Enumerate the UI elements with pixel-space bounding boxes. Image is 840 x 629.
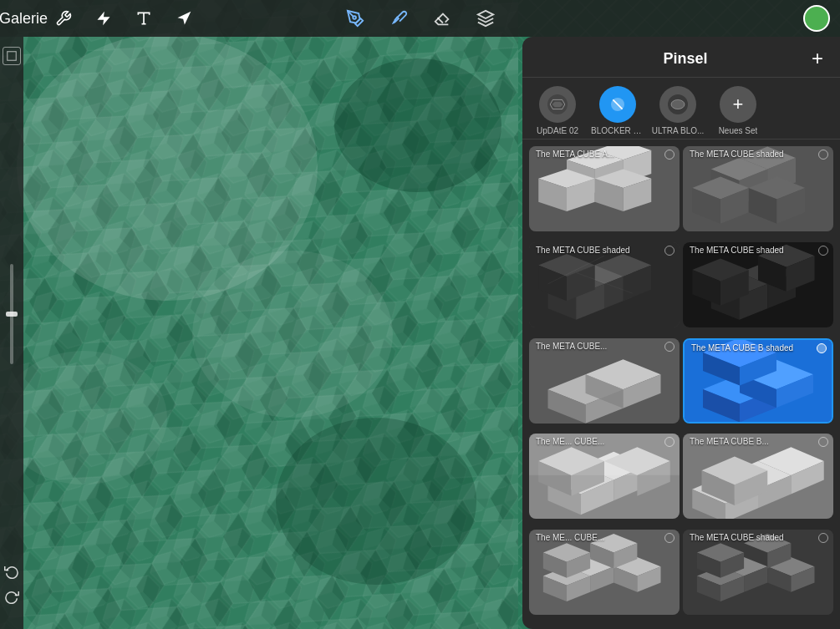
tab-blocker[interactable]: BLOCKER D... <box>591 86 644 135</box>
brush-item-6[interactable]: The META CUBE B shaded <box>683 338 833 424</box>
brush-item-2[interactable]: The META CUBE shaded <box>683 146 833 231</box>
left-panel <box>0 37 23 629</box>
svg-rect-57 <box>683 146 833 231</box>
brush-item-8-label: The META CUBE B... <box>690 437 769 446</box>
drawing-tools <box>342 0 499 37</box>
brush-item-8[interactable]: The META CUBE B... <box>683 434 833 519</box>
tab-blocker-preview <box>608 94 628 114</box>
tab-blocker-icon <box>599 86 636 123</box>
brush-item-10-label: The META CUBE shaded <box>690 533 784 542</box>
navigate-button[interactable] <box>171 5 197 32</box>
brush-icon <box>389 9 408 28</box>
brush-item-7[interactable]: The ME... CUBE... <box>529 434 680 519</box>
bolt-icon <box>95 10 112 27</box>
toolbar: Galerie <box>0 0 840 37</box>
redo-icon <box>4 589 19 604</box>
add-brush-button[interactable]: + <box>812 48 823 68</box>
color-button[interactable] <box>3 47 21 65</box>
tab-ultra-icon <box>659 86 696 123</box>
brush-item-3-radio <box>664 246 675 256</box>
slider-thumb <box>6 312 18 317</box>
layers-icon <box>476 9 495 28</box>
brush-item-1-radio <box>664 150 675 160</box>
brush-item-10[interactable]: The META CUBE shaded <box>683 530 833 615</box>
redo-button[interactable] <box>3 587 21 606</box>
brush-item-1[interactable]: The META CUBE A... <box>529 146 680 231</box>
brush-item-7-thumb <box>529 434 680 519</box>
brush-item-7-label: The ME... CUBE... <box>536 437 604 446</box>
tab-ultra[interactable]: ULTRA BLO... <box>651 86 705 135</box>
pencil-icon <box>346 9 364 28</box>
svg-rect-23 <box>8 52 17 61</box>
galerie-button[interactable]: Galerie <box>10 5 37 32</box>
undo-button[interactable] <box>3 562 21 581</box>
tab-update02-label: UpDAtE 02 <box>537 126 578 135</box>
brush-panel: Pinsel + UpDAtE 02 BLOCKER D. <box>522 37 840 629</box>
svg-marker-20 <box>178 12 191 25</box>
brush-size-slider[interactable] <box>10 264 13 364</box>
brush-item-3-thumb <box>529 242 680 327</box>
svg-marker-22 <box>477 11 492 18</box>
brush-tabs: UpDAtE 02 BLOCKER D... ULTRA BLO... <box>522 78 840 139</box>
brush-panel-header: Pinsel + <box>522 37 840 78</box>
svg-marker-17 <box>98 12 110 26</box>
tab-update02-preview <box>547 94 568 114</box>
toolbar-left: Galerie <box>10 5 197 32</box>
brush-item-1-thumb <box>529 146 680 231</box>
svg-point-16 <box>276 418 476 585</box>
navigate-icon <box>176 10 192 27</box>
layers-tool[interactable] <box>472 5 499 32</box>
tab-ultra-label: ULTRA BLO... <box>652 126 705 135</box>
script-icon <box>135 10 152 27</box>
brush-item-6-radio <box>817 343 827 353</box>
svg-point-15 <box>334 58 501 192</box>
brush-item-4[interactable]: The META CUBE shaded <box>683 242 833 327</box>
svg-point-31 <box>671 99 685 109</box>
brush-item-5[interactable]: The META CUBE... <box>529 338 680 424</box>
tab-neues[interactable]: + Neues Set <box>711 86 765 135</box>
bolt-button[interactable] <box>90 5 117 32</box>
brush-panel-title: Pinsel <box>559 50 812 68</box>
brush-item-4-thumb <box>683 242 833 327</box>
pencil-tool[interactable] <box>342 5 369 32</box>
brush-item-9-label: The ME... CUBE... <box>536 533 604 542</box>
svg-point-21 <box>353 16 356 19</box>
brush-item-2-thumb <box>683 146 833 231</box>
brush-item-10-thumb <box>683 530 833 615</box>
undo-redo-controls <box>3 562 21 619</box>
brush-item-9[interactable]: The ME... CUBE... <box>529 530 680 615</box>
svg-point-13 <box>192 251 393 418</box>
brush-item-2-label: The META CUBE shaded <box>690 150 784 159</box>
tab-update02[interactable]: UpDAtE 02 <box>531 86 584 135</box>
script-button[interactable] <box>130 5 157 32</box>
brush-tool[interactable] <box>385 5 412 32</box>
tab-ultra-preview <box>668 94 688 114</box>
brush-item-5-radio <box>664 342 675 352</box>
brush-item-9-thumb <box>529 530 680 615</box>
tab-neues-label: Neues Set <box>719 126 758 135</box>
brush-item-3[interactable]: The META CUBE shaded <box>529 242 680 327</box>
brush-size-slider-container <box>10 72 13 555</box>
tab-blocker-label: BLOCKER D... <box>591 126 644 135</box>
svg-point-14 <box>0 351 167 484</box>
svg-rect-84 <box>683 242 833 327</box>
brush-item-6-label: The META CUBE B shaded <box>691 343 793 353</box>
user-avatar[interactable] <box>803 5 830 32</box>
eraser-icon <box>433 9 451 28</box>
brush-item-2-radio <box>818 150 828 160</box>
canvas-art <box>0 0 518 629</box>
tab-update02-icon <box>539 86 576 123</box>
brush-item-1-label: The META CUBE A... <box>536 150 614 159</box>
undo-icon <box>4 564 19 579</box>
wrench-icon <box>55 10 72 27</box>
brush-grid: The META CUBE A... <box>522 139 840 629</box>
brush-item-5-label: The META CUBE... <box>536 342 607 351</box>
brush-item-3-label: The META CUBE shaded <box>536 246 630 255</box>
toolbar-right <box>803 5 830 32</box>
brush-item-4-label: The META CUBE shaded <box>690 246 784 255</box>
wrench-button[interactable] <box>50 5 77 32</box>
color-square-icon <box>7 51 17 61</box>
galerie-label: Galerie <box>0 10 48 28</box>
brush-item-4-radio <box>818 246 828 256</box>
eraser-tool[interactable] <box>429 5 456 32</box>
